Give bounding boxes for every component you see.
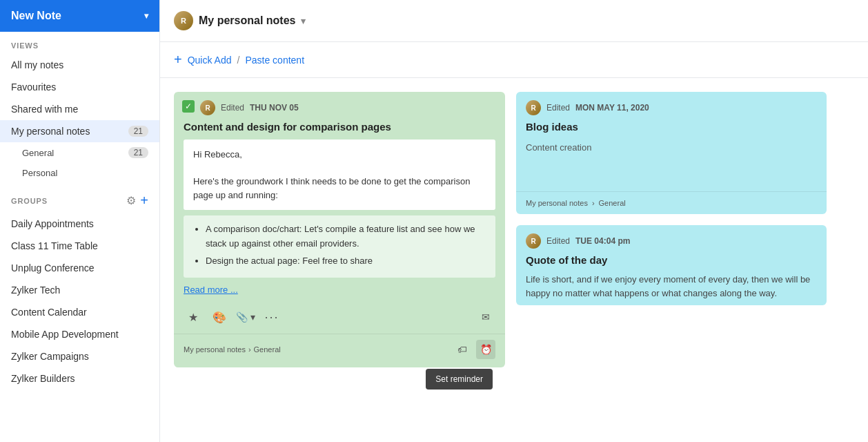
note-list: A comparison doc/chart: Let's compile a … <box>184 215 495 278</box>
groups-actions: ⚙ + <box>126 193 148 209</box>
sidebar-item-all-my-notes[interactable]: All my notes <box>0 54 159 76</box>
sidebar-item-my-personal-notes[interactable]: My personal notes 21 <box>0 120 159 142</box>
paste-content-label: Paste content <box>245 55 304 66</box>
blog-avatar: R <box>526 100 541 115</box>
new-note-button[interactable]: New Note ▾ <box>0 0 159 32</box>
note-card-header: R Edited THU NOV 05 <box>174 92 505 121</box>
email-icon-button[interactable]: ✉ <box>476 307 495 327</box>
avatar: R <box>174 11 193 30</box>
blog-title: Blog ideas <box>516 121 827 140</box>
quick-add-bar: + Quick Add / Paste content <box>160 42 868 78</box>
note-path-section: General <box>254 345 281 354</box>
note-avatar: R <box>200 100 215 115</box>
quote-title: Quote of the day <box>516 254 827 273</box>
blog-edited-label: Edited <box>546 103 570 113</box>
sidebar-item-unplug-conference[interactable]: Unplug Conference <box>0 257 159 279</box>
star-button[interactable]: ★ <box>184 307 203 327</box>
main-header: R My personal notes ▾ <box>160 0 868 42</box>
note-greeting: Hi Rebecca, <box>193 148 486 162</box>
sidebar-item-zylker-tech[interactable]: Zylker Tech <box>0 279 159 301</box>
sidebar: New Note ▾ VIEWS All my notes Favourites… <box>0 0 160 442</box>
palette-button[interactable]: 🎨 <box>210 307 229 327</box>
note-list-item-1: Design the actual page: Feel free to sha… <box>206 254 486 269</box>
groups-add-icon[interactable]: + <box>140 193 148 209</box>
note-title: Content and design for comparison pages <box>174 121 505 140</box>
quick-add-button[interactable]: + Quick Add / Paste content <box>174 52 304 68</box>
sidebar-item-mobile-app-development[interactable]: Mobile App Development <box>0 323 159 345</box>
groups-header: GROUPS ⚙ + <box>0 183 159 213</box>
my-personal-notes-badge: 21 <box>128 126 148 137</box>
notebook-title-text: My personal notes <box>199 15 295 27</box>
sidebar-item-zylker-builders[interactable]: Zylker Builders <box>0 367 159 390</box>
read-more-link[interactable]: Read more ... <box>174 278 505 300</box>
sidebar-item-zylker-campaigns[interactable]: Zylker Campaigns <box>0 345 159 367</box>
notebook-title-chevron: ▾ <box>301 16 306 26</box>
note-body-white: Hi Rebecca, Here's the groundwork I thin… <box>184 140 495 210</box>
new-note-label: New Note <box>11 10 61 22</box>
sidebar-subitem-personal[interactable]: Personal <box>0 163 159 183</box>
tag-button[interactable]: 🏷 <box>453 340 472 359</box>
sidebar-item-daily-appointments[interactable]: Daily Appointments <box>0 213 159 235</box>
right-column: R Edited MON MAY 11, 2020 Blog ideas Con… <box>516 92 827 367</box>
note-list-item-0: A comparison doc/chart: Let's compile a … <box>206 222 486 251</box>
note-card-quote: R Edited TUE 04:04 pm Quote of the day L… <box>516 225 827 305</box>
sidebar-subitem-general[interactable]: General 21 <box>0 142 159 163</box>
note-edited-label: Edited <box>221 103 244 113</box>
blog-path-section: General <box>599 199 626 207</box>
set-reminder-tooltip: Set reminder <box>426 369 493 390</box>
more-button[interactable]: ··· <box>262 307 282 327</box>
groups-settings-icon[interactable]: ⚙ <box>126 194 136 207</box>
blog-path-notebook: My personal notes <box>526 199 588 207</box>
note-edited-date: THU NOV 05 <box>250 103 299 113</box>
groups-section-label: GROUPS <box>11 197 48 205</box>
note-card-blog-ideas: R Edited MON MAY 11, 2020 Blog ideas Con… <box>516 92 827 214</box>
note-footer-right: ✉ <box>476 307 495 327</box>
quote-edited-label: Edited <box>546 236 570 246</box>
quick-add-label: Quick Add <box>188 55 232 66</box>
main-content: R My personal notes ▾ + Quick Add / Past… <box>160 0 868 442</box>
blog-path-arrow: › <box>592 199 595 207</box>
notebook-title-button[interactable]: R My personal notes ▾ <box>174 11 306 30</box>
sidebar-item-shared-with-me[interactable]: Shared with me <box>0 98 159 120</box>
quick-add-plus-icon: + <box>174 52 182 68</box>
sidebar-item-content-calendar[interactable]: Content Calendar <box>0 301 159 323</box>
quick-add-separator: / <box>237 55 240 66</box>
general-badge: 21 <box>128 147 148 158</box>
quote-edited-date: TUE 04:04 pm <box>575 236 630 246</box>
blog-breadcrumb: My personal notes › General <box>516 191 827 214</box>
note-body-line1: Here's the groundwork I think needs to b… <box>193 175 486 202</box>
attach-button[interactable]: 📎 ▾ <box>236 307 255 327</box>
views-section-label: VIEWS <box>0 32 159 54</box>
note-card-footer: ★ 🎨 📎 ▾ ··· ✉ <box>174 300 505 334</box>
note-path-notebook: My personal notes <box>184 345 246 354</box>
note-checkbox[interactable]: ✓ <box>182 100 195 113</box>
blog-subtitle: Content creation <box>516 140 827 158</box>
sidebar-item-class-11-time-table[interactable]: Class 11 Time Table <box>0 235 159 257</box>
quote-body: Life is short, and if we enjoy every mom… <box>516 273 827 305</box>
new-note-chevron: ▾ <box>144 11 148 21</box>
reminder-button[interactable]: ⏰ <box>476 340 495 359</box>
note-path-arrow: › <box>248 345 251 354</box>
note-footer-actions: ★ 🎨 📎 ▾ ··· <box>184 307 282 327</box>
quote-card-header: R Edited TUE 04:04 pm <box>516 225 827 254</box>
note-breadcrumb: My personal notes › General <box>184 345 281 354</box>
quote-avatar: R <box>526 233 541 249</box>
blog-card-header: R Edited MON MAY 11, 2020 <box>516 92 827 121</box>
sidebar-item-favourites[interactable]: Favourites <box>0 76 159 98</box>
blog-edited-date: MON MAY 11, 2020 <box>575 103 649 113</box>
notes-grid: ✓ R Edited THU NOV 05 Content and design… <box>160 78 868 442</box>
note-card-comparison: ✓ R Edited THU NOV 05 Content and design… <box>174 92 505 367</box>
